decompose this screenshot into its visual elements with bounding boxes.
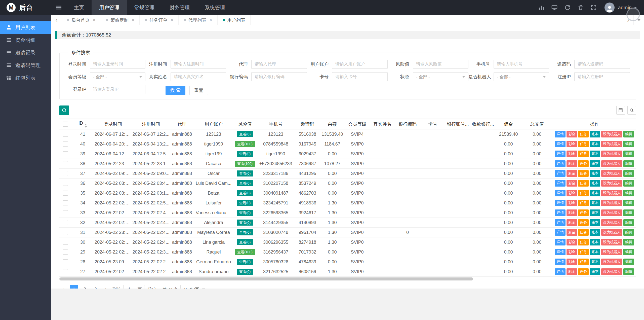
column-header-ops[interactable]: 操作 — [553, 119, 636, 129]
columns-toggle-button[interactable] — [616, 106, 625, 115]
row-checkbox[interactable] — [63, 259, 68, 264]
ledger-button[interactable]: 账本 — [590, 141, 600, 147]
confirm-button[interactable]: 确定 — [144, 285, 160, 289]
bonus-button[interactable]: 彩金 — [567, 141, 577, 147]
refresh-table-button[interactable] — [59, 105, 69, 115]
detail-button[interactable]: 详情 — [555, 180, 566, 186]
set-robot-button[interactable]: 设为机器人 — [601, 239, 622, 245]
column-header-balance[interactable]: 余额 — [320, 119, 345, 129]
ledger-button[interactable]: 账本 — [590, 229, 600, 235]
row-checkbox[interactable] — [63, 200, 68, 205]
edit-button[interactable]: 编辑 — [623, 229, 634, 235]
column-header-level[interactable]: 会员等级 — [345, 119, 370, 129]
row-checkbox[interactable] — [63, 240, 68, 245]
reset-button[interactable]: 重置 — [189, 86, 208, 95]
search-input-1[interactable] — [90, 60, 145, 69]
search-input-14[interactable] — [574, 72, 630, 81]
row-checkbox[interactable] — [63, 161, 68, 166]
row-checkbox[interactable] — [63, 132, 68, 137]
edit-button[interactable]: 编辑 — [623, 141, 634, 147]
sidebar-toggle-icon[interactable] — [51, 0, 66, 15]
sidebar-item-1[interactable]: 用户列表 — [0, 21, 51, 34]
detail-button[interactable]: 详情 — [555, 131, 566, 137]
column-header-bankcode[interactable]: 银行编码 — [395, 119, 420, 129]
edit-button[interactable]: 编辑 — [623, 219, 634, 226]
risk-view-badge[interactable]: 查看(0) — [237, 239, 253, 245]
ledger-button[interactable]: 账本 — [590, 131, 600, 137]
tab-close-icon[interactable]: × — [170, 17, 173, 23]
risk-view-badge[interactable]: 查看(100) — [235, 249, 255, 255]
set-robot-button[interactable]: 设为机器人 — [601, 200, 622, 206]
set-robot-button[interactable]: 设为机器人 — [601, 141, 622, 147]
task-button[interactable]: 任务 — [578, 131, 589, 137]
column-header-invite[interactable]: 邀请码 — [295, 119, 320, 129]
search-input-4[interactable] — [332, 60, 388, 69]
tab-5[interactable]: 用户列表 — [218, 15, 251, 25]
risk-view-badge[interactable]: 查看(0) — [237, 229, 253, 235]
ledger-button[interactable]: 账本 — [590, 200, 600, 206]
column-header-card[interactable]: 卡号 — [420, 119, 445, 129]
set-robot-button[interactable]: 设为机器人 — [601, 160, 622, 167]
bonus-button[interactable]: 彩金 — [567, 180, 577, 186]
scrollbar-thumb[interactable] — [59, 277, 473, 280]
detail-button[interactable]: 详情 — [555, 209, 566, 216]
search-input-5[interactable] — [413, 60, 468, 69]
set-robot-button[interactable]: 设为机器人 — [601, 190, 622, 196]
risk-view-badge[interactable]: 查看(0) — [237, 269, 253, 275]
edit-button[interactable]: 编辑 — [623, 190, 634, 196]
fullscreen-icon[interactable] — [588, 2, 599, 13]
page-size-select[interactable]: 15 条/页 — [180, 285, 208, 289]
row-checkbox[interactable] — [63, 141, 68, 147]
sidebar-item-2[interactable]: 资金明细 — [0, 34, 51, 46]
ledger-button[interactable]: 账本 — [590, 239, 600, 245]
row-checkbox[interactable] — [63, 210, 68, 215]
bonus-button[interactable]: 彩金 — [567, 190, 577, 196]
ledger-button[interactable]: 账本 — [590, 209, 600, 216]
prev-page-icon[interactable]: ‹ — [59, 285, 67, 289]
row-checkbox[interactable] — [63, 230, 68, 235]
bonus-button[interactable]: 彩金 — [567, 239, 577, 245]
task-button[interactable]: 任务 — [578, 190, 589, 196]
task-button[interactable]: 任务 — [578, 180, 589, 186]
nav-item-3[interactable]: 常规管理 — [127, 0, 162, 15]
detail-button[interactable]: 详情 — [555, 151, 566, 157]
row-checkbox[interactable] — [63, 220, 68, 225]
nav-item-5[interactable]: 系统管理 — [197, 0, 232, 15]
tab-close-icon[interactable]: × — [93, 17, 96, 23]
page-3[interactable]: 3 — [91, 285, 100, 289]
ledger-button[interactable]: 账本 — [590, 259, 600, 265]
detail-button[interactable]: 详情 — [555, 249, 566, 255]
column-header-bankacct[interactable]: 银行账号... — [445, 119, 470, 129]
task-button[interactable]: 任务 — [578, 219, 589, 226]
risk-view-badge[interactable]: 查看(0) — [237, 200, 253, 206]
task-button[interactable]: 任务 — [578, 200, 589, 206]
bonus-button[interactable]: 彩金 — [567, 259, 577, 265]
set-robot-button[interactable]: 设为机器人 — [601, 259, 622, 265]
detail-button[interactable]: 详情 — [555, 239, 566, 245]
detail-button[interactable]: 详情 — [555, 170, 566, 176]
risk-view-badge[interactable]: 查看(0) — [237, 151, 253, 157]
column-header-commission[interactable]: 佣金 — [496, 119, 521, 129]
row-checkbox[interactable] — [63, 269, 68, 274]
edit-button[interactable]: 编辑 — [623, 249, 634, 255]
ledger-button[interactable]: 账本 — [590, 249, 600, 255]
ledger-button[interactable]: 账本 — [590, 151, 600, 157]
risk-view-badge[interactable]: 查看(0) — [237, 190, 253, 196]
bonus-button[interactable]: 彩金 — [567, 131, 577, 137]
detail-button[interactable]: 详情 — [555, 219, 566, 226]
detail-button[interactable]: 详情 — [555, 259, 566, 265]
app-logo[interactable]: M 后台 — [0, 0, 51, 15]
detail-button[interactable]: 详情 — [555, 141, 566, 147]
task-button[interactable]: 任务 — [578, 209, 589, 216]
tab-3[interactable]: 任务订单× — [140, 15, 179, 25]
search-input-2[interactable] — [171, 60, 226, 69]
tab-4[interactable]: 代理列表× — [179, 15, 218, 25]
task-button[interactable]: 任务 — [578, 249, 589, 255]
sort-icon[interactable] — [85, 124, 87, 128]
monitor-icon[interactable] — [549, 2, 560, 13]
edit-button[interactable]: 编辑 — [623, 239, 634, 245]
detail-button[interactable]: 详情 — [555, 190, 566, 196]
column-header-agent[interactable]: 代理 — [170, 119, 194, 129]
bonus-button[interactable]: 彩金 — [567, 209, 577, 216]
risk-view-badge[interactable]: 查看(0) — [237, 170, 253, 176]
